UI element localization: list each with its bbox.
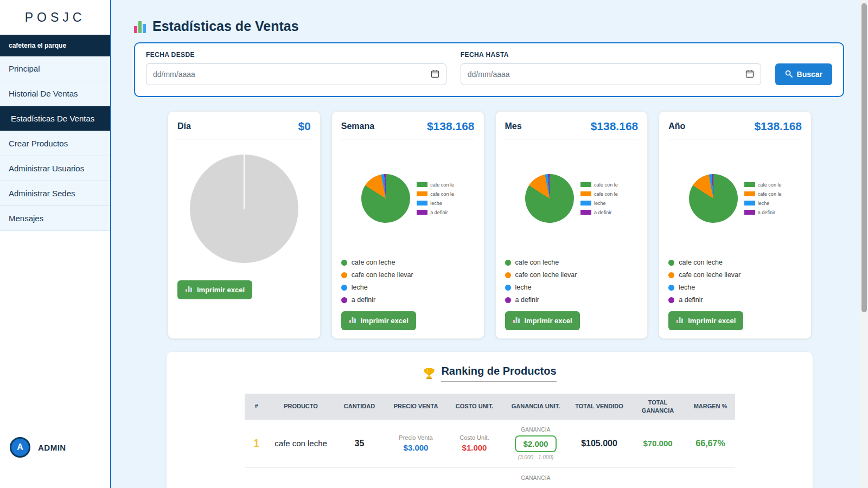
legend-item-leche: leche [668,284,802,291]
legend-dot [668,285,674,291]
legend-label: cafe con leche llevar [515,271,577,279]
table-row[interactable]: GANANCIA [245,468,735,488]
gain-cell: GANANCIA [503,475,569,481]
legend-swatch [744,182,755,187]
mini-legend-item: a definir [417,210,454,215]
mini-legend-label: cafe con le [594,182,618,188]
margin-cell: 66,67% [686,439,735,448]
sidebar-item-historial-de-ventas[interactable]: Historial De Ventas [0,81,110,106]
imprimir-excel-label: Imprimir excel [361,317,409,325]
mini-legend-item: cafe con le [417,182,454,188]
legend-swatch [417,191,427,196]
excel-chart-icon [349,316,357,325]
legend-swatch [580,210,591,215]
legend-item-cafe-con-leche-llevar: cafe con leche llevar [505,271,639,279]
legend-dot [505,285,511,291]
table-row[interactable]: 1cafe con leche35Precio Venta$3.000Costo… [245,420,735,468]
page-title-text: Estadísticas de Ventas [152,18,299,34]
fecha-hasta-input[interactable]: dd/mm/aaaa [461,63,761,85]
column-header-total-ganancia: TOTAL GANANCIA [630,394,686,420]
pie-row: cafe con lecafe con lelechea definir [668,174,802,223]
fecha-hasta-label: FECHA HASTA [461,51,761,59]
sidebar-nav: PrincipalHistorial De VentasEstadísticas… [0,56,110,231]
pie-legend: cafe con lechecafe con leche llevarleche… [668,259,802,304]
legend-item-cafe-con-leche-llevar: cafe con leche llevar [341,271,475,279]
sidebar-item-mensajes[interactable]: Mensajes [0,206,110,231]
ranking-title: Ranking de Productos [167,365,813,382]
mini-legend-label: cafe con le [758,191,782,197]
sidebar-item-administrar-sedes[interactable]: Administrar Sedes [0,181,110,206]
pie-row: cafe con lecafe con lelechea definir [341,174,475,223]
legend-swatch [580,191,591,196]
legend-swatch [417,210,427,215]
mini-legend-label: leche [758,201,770,206]
legend-label: cafe con leche [515,259,559,266]
stat-card-semana: Semana$138.168cafe con lecafe con lelech… [331,111,484,339]
legend-item-a-definir: a definir [505,296,639,304]
column-header-ganancia-unit: GANANCIA UNIT. [503,397,569,415]
pie-chart [361,174,410,223]
mini-legend-label: a definir [430,210,448,215]
scrollbar-track[interactable] [860,0,868,488]
avatar[interactable]: A [10,437,30,458]
stat-card-amount: $138.168 [591,120,639,133]
sidebar-item-administrar-usuarios[interactable]: Administrar Usuarios [0,156,110,181]
imprimir-excel-label: Imprimir excel [688,317,736,325]
legend-item-a-definir: a definir [668,296,802,304]
product-cell: cafe con leche [269,439,334,448]
stat-card-title: Semana [341,121,374,131]
column-header-total-vendido: TOTAL VENDIDO [569,397,630,415]
imprimir-excel-button[interactable]: Imprimir excel [341,311,416,330]
legend-item-cafe-con-leche-llevar: cafe con leche llevar [668,271,802,279]
legend-dot [341,285,347,291]
ranking-title-text: Ranking de Productos [441,365,556,382]
sidebar-item-principal[interactable]: Principal [0,56,110,81]
mini-legend-item: cafe con le [580,191,618,197]
mini-legend-item: leche [417,201,454,206]
quantity-cell: 35 [334,439,386,448]
legend-item-leche: leche [505,284,639,291]
sidebar-item-estadisticas-de-ventas[interactable]: Estadísticas De Ventas [0,106,110,131]
column-header-cantidad: CANTIDAD [334,397,386,415]
price-cell [386,477,446,479]
mini-legend-label: cafe con le [430,182,454,188]
mini-legend-label: a definir [758,210,775,215]
gain-cell: GANANCIA$2.000(3.000 - 1.000) [503,427,569,460]
calendar-icon[interactable] [745,69,754,80]
scrollbar-thumb[interactable] [861,3,867,312]
buscar-button[interactable]: Buscar [775,63,832,85]
legend-dot [505,272,511,278]
legend-swatch [417,182,427,187]
user-box: A ADMIN [10,437,66,458]
imprimir-excel-label: Imprimir excel [525,317,572,325]
fecha-hasta-placeholder: dd/mm/aaaa [468,70,510,79]
legend-dot [668,297,674,303]
store-name: cafeteria el parque [0,35,110,56]
stat-cards: Día$0Imprimir excelSemana$138.168cafe co… [168,111,812,339]
legend-label: cafe con leche llevar [679,271,741,279]
imprimir-excel-button[interactable]: Imprimir excel [177,280,252,299]
mini-legend-label: leche [430,201,442,206]
legend-swatch [744,191,755,196]
sidebar-item-crear-productos[interactable]: Crear Productos [0,131,110,156]
app-logo: POSJC [0,0,110,35]
imprimir-excel-label: Imprimir excel [197,286,245,294]
calendar-icon[interactable] [431,69,439,80]
legend-label: a definir [515,296,539,304]
mini-legend-label: a definir [594,210,611,215]
gain-value-badge: $2.000 [515,435,557,452]
total-sold-cell: $105.000 [569,439,630,448]
imprimir-excel-button[interactable]: Imprimir excel [668,311,743,330]
stat-card-header: Año$138.168 [668,120,802,139]
imprimir-excel-button[interactable]: Imprimir excel [505,311,580,330]
cost-cell: Costo Unit.$1.000 [446,434,503,453]
mini-legend-item: a definir [744,210,782,215]
legend-label: cafe con leche [352,259,395,266]
date-filter-panel: FECHA DESDE dd/mm/aaaa FECHA HASTA dd/mm… [134,42,844,97]
gain-label: GANANCIA [503,427,569,433]
stat-card-header: Semana$138.168 [341,120,475,139]
fecha-desde-input[interactable]: dd/mm/aaaa [146,63,446,85]
legend-item-cafe-con-leche: cafe con leche [341,259,475,266]
fecha-desde-placeholder: dd/mm/aaaa [153,70,195,79]
pie-mini-legend: cafe con lecafe con lelechea definir [580,182,618,215]
